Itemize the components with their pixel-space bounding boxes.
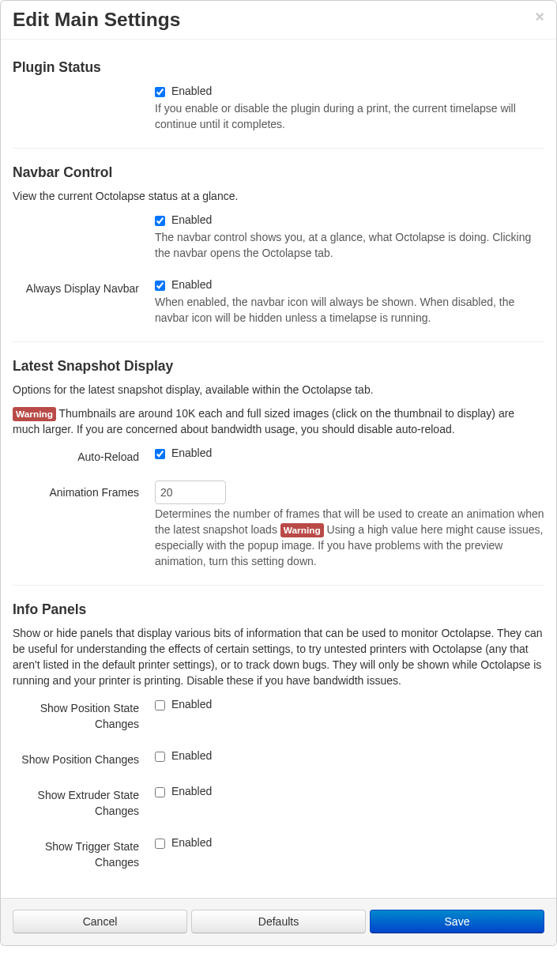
close-icon[interactable]: × [535,9,544,24]
animation-frames-label: Animation Frames [13,481,155,569]
show-trigger-state-row: Enabled [155,835,544,850]
divider [13,585,544,586]
snapshot-desc: Options for the latest snapshot display,… [13,382,544,398]
modal-footer: Cancel Defaults Save [1,898,556,945]
save-button[interactable]: Save [370,910,544,933]
divider [13,148,544,149]
navbar-enabled-label: Enabled [171,213,212,226]
plugin-enabled-checkbox[interactable] [155,87,165,97]
animation-frames-input[interactable] [155,481,226,504]
show-position-state-enabled: Enabled [171,698,212,710]
show-trigger-state-checkbox[interactable] [155,839,165,849]
cancel-button[interactable]: Cancel [13,910,187,933]
defaults-button[interactable]: Defaults [191,910,366,933]
auto-reload-checkbox[interactable] [155,449,165,459]
show-extruder-state-enabled: Enabled [171,785,212,797]
modal-header: × Edit Main Settings [1,1,556,40]
plugin-enabled-label: Enabled [171,85,212,97]
show-extruder-state-row: Enabled [155,783,544,799]
modal-title: Edit Main Settings [13,8,544,32]
warning-badge: Warning [280,523,324,537]
show-position-changes-row: Enabled [155,748,544,763]
plugin-enabled-help: If you enable or disable the plugin duri… [155,100,544,132]
show-position-changes-checkbox[interactable] [155,752,165,762]
edit-main-settings-modal: × Edit Main Settings Plugin Status Enabl… [0,0,557,946]
plugin-status-heading: Plugin Status [13,59,544,75]
info-panels-desc: Show or hide panels that display various… [13,625,544,688]
show-extruder-state-checkbox[interactable] [155,787,165,797]
snapshot-warning: Warning Thumbnails are around 10K each a… [13,405,544,437]
show-position-state-checkbox[interactable] [155,700,165,710]
divider [13,341,544,342]
show-trigger-state-enabled: Enabled [171,836,212,849]
snapshot-warning-text: Thumbnails are around 10K each and full … [13,407,514,435]
always-navbar-enabled-label: Enabled [171,278,212,291]
show-position-changes-label: Show Position Changes [13,748,155,767]
show-position-state-row: Enabled [155,696,544,712]
navbar-enabled-help: The navbar control shows you, at a glanc… [155,229,544,261]
show-position-changes-enabled: Enabled [171,749,212,762]
info-panels-heading: Info Panels [13,601,544,617]
warning-badge: Warning [13,407,56,421]
always-navbar-checkbox[interactable] [155,281,165,291]
always-navbar-row: Enabled [155,277,544,292]
always-display-navbar-label: Always Display Navbar [13,277,155,326]
auto-reload-label: Auto-Reload [13,445,155,465]
plugin-enabled-row: Enabled [155,83,544,99]
navbar-enabled-checkbox[interactable] [155,216,165,226]
show-extruder-state-label: Show Extruder State Changes [13,783,155,819]
show-position-state-label: Show Position State Changes [13,696,155,732]
always-navbar-help: When enabled, the navbar icon will alway… [155,294,544,326]
auto-reload-enabled-label: Enabled [171,447,212,459]
navbar-enabled-row: Enabled [155,212,544,228]
snapshot-heading: Latest Snapshot Display [13,358,544,374]
navbar-desc: View the current Octolapse status at a g… [13,188,544,204]
show-trigger-state-label: Show Trigger State Changes [13,835,155,870]
auto-reload-row: Enabled [155,445,544,461]
navbar-heading: Navbar Control [13,164,544,180]
modal-body: Plugin Status Enabled If you enable or d… [1,40,556,898]
animation-frames-help: Determines the number of frames that wil… [155,506,544,569]
